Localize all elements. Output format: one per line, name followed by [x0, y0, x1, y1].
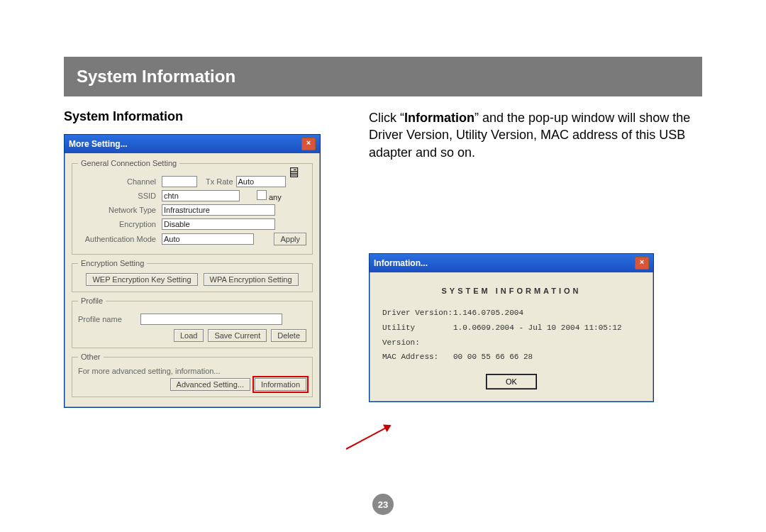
instructions-prefix: Click “: [369, 111, 404, 125]
encryption-setting-group: Encryption Setting WEP Encryption Key Se…: [72, 259, 313, 292]
mac-address-value: 00 00 55 66 66 28: [453, 350, 533, 365]
delete-button[interactable]: Delete: [271, 329, 306, 342]
utility-version-label: Utility Version:: [382, 321, 453, 350]
encryption-select[interactable]: Disable: [162, 218, 275, 230]
ssid-label: SSID: [78, 192, 159, 200]
save-current-button[interactable]: Save Current: [208, 329, 267, 342]
auth-label: Authentication Mode: [78, 235, 159, 243]
title-bar: System Information: [64, 57, 702, 96]
wpa-button[interactable]: WPA Encryption Setting: [204, 273, 299, 286]
ssid-input[interactable]: chtn: [162, 190, 240, 201]
general-legend: General Connection Setting: [78, 159, 179, 167]
channel-select[interactable]: [162, 176, 197, 187]
other-legend: Other: [78, 353, 104, 361]
channel-label: Channel: [78, 177, 159, 186]
info-titlebar: Information... ×: [370, 254, 653, 272]
instructions-bold: Information: [404, 111, 474, 125]
auth-select[interactable]: Auto: [162, 233, 254, 245]
close-icon[interactable]: ×: [301, 138, 316, 150]
txrate-label: Tx Rate: [206, 177, 233, 186]
info-window-title: Information...: [374, 258, 428, 268]
profile-legend: Profile: [78, 297, 106, 305]
network-type-label: Network Type: [78, 206, 159, 214]
page-number: 23: [372, 494, 394, 515]
utility-version-value: 1.0.0609.2004 - Jul 10 2004 11:05:12: [453, 321, 622, 350]
network-type-select[interactable]: Infrastructure: [162, 204, 275, 216]
driver-version-value: 1.146.0705.2004: [453, 306, 523, 321]
apply-button[interactable]: Apply: [274, 233, 306, 245]
other-text: For more advanced setting, information..…: [78, 367, 306, 375]
section-heading: System Information: [64, 109, 348, 124]
information-button[interactable]: Information: [255, 378, 306, 391]
load-button[interactable]: Load: [174, 329, 204, 342]
driver-version-label: Driver Version:: [382, 306, 453, 321]
encryption-setting-legend: Encryption Setting: [78, 259, 147, 267]
advanced-setting-button[interactable]: Advanced Setting...: [170, 378, 250, 391]
profile-group: Profile Profile name Load Save Current D…: [72, 297, 313, 348]
more-setting-title: More Setting...: [69, 139, 128, 149]
profile-name-select[interactable]: [140, 314, 282, 325]
hardware-icon: 🖥: [284, 165, 303, 182]
any-label: any: [269, 193, 282, 201]
wep-button[interactable]: WEP Encryption Key Setting: [86, 273, 197, 286]
close-icon[interactable]: ×: [635, 257, 649, 270]
info-heading: SYSTEM INFORMATION: [382, 284, 640, 299]
any-checkbox[interactable]: [257, 190, 267, 200]
information-window: Information... × SYSTEM INFORMATION Driv…: [369, 253, 654, 402]
encryption-label: Encryption: [78, 220, 159, 228]
arrow-icon: [346, 425, 391, 450]
other-group: Other For more advanced setting, informa…: [72, 353, 313, 397]
instructions: Click “Information” and the pop-up windo…: [369, 109, 702, 161]
mac-address-label: MAC Address:: [382, 350, 453, 365]
general-connection-group: General Connection Setting Channel Tx Ra…: [72, 159, 313, 255]
txrate-select[interactable]: Auto: [236, 176, 286, 187]
profile-name-label: Profile name: [78, 315, 138, 323]
more-setting-titlebar: More Setting... ×: [65, 135, 320, 153]
more-setting-window: More Setting... × 🖥 General Connection S…: [64, 134, 321, 408]
ok-button[interactable]: OK: [487, 375, 536, 389]
